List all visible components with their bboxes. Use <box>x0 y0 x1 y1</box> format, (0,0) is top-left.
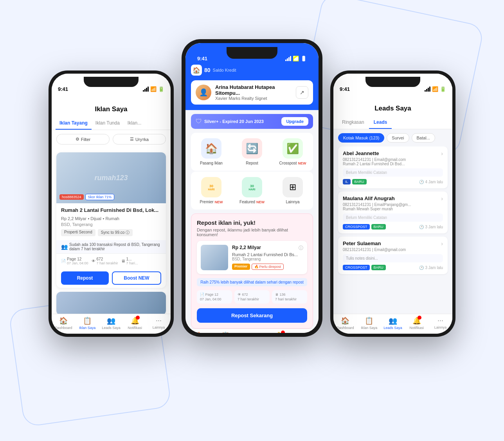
nav-dashboard-center[interactable]: 🏠 Dashboard <box>185 331 212 333</box>
repost-button[interactable]: Repost <box>61 271 109 285</box>
tag-perlu-direpost: 🔥 Perlu direpost <box>252 264 284 270</box>
menu-lainnya-label: Lainnya <box>286 200 299 204</box>
nav-leads-center[interactable]: 👥 Leads Saya <box>239 331 265 333</box>
right-filter-tabs: Kotak Masuk (123) Survei Batal... <box>333 129 452 146</box>
nav-more-right[interactable]: ··· Lainnya <box>428 316 452 330</box>
nav-notif-center[interactable]: 🔔 Notifikasi <box>265 331 292 333</box>
tag-baru-2: BARU <box>371 224 386 230</box>
lead-3-footer: CROSSPOST BARU 🕐 3 Jam lalu <box>343 265 443 270</box>
nav-iklan-center[interactable]: 📋 Iklan Saya <box>212 331 239 333</box>
nav-leads-left[interactable]: 👥 Leads Saya <box>99 316 123 330</box>
filter-label: Filter <box>81 137 90 142</box>
home-icon: 🏠 <box>59 316 68 325</box>
leads-icon-c: 👥 <box>248 331 256 333</box>
boost-button[interactable]: Boost NEW <box>112 271 161 285</box>
filter-button[interactable]: ⚙ Filter <box>56 134 110 145</box>
tag-crosspost-2: CROSSPOST <box>343 224 370 230</box>
right-phone-notch <box>365 77 420 87</box>
tab-iklan-other[interactable]: Iklan... <box>124 117 145 130</box>
sort-button[interactable]: ☰ Urутka <box>113 134 166 145</box>
pasang-icon: 🏠 <box>205 143 218 155</box>
nav-label-dashboard: Dashboard <box>55 326 72 330</box>
menu-repost-label: Repost <box>246 161 258 165</box>
tab-leads[interactable]: Leads <box>369 116 392 129</box>
nav-more-left[interactable]: ··· Lainnya <box>147 316 171 330</box>
filter-survei[interactable]: Survei <box>387 133 409 143</box>
featured-icon-wrap: 30 HARI <box>242 177 262 197</box>
repost-now-button[interactable]: Repost Sekarang <box>197 308 307 323</box>
nav-notif-left[interactable]: 🔔 Notifikasi <box>123 316 147 330</box>
left-phone: 9:41 📶 🔋 <box>49 70 174 337</box>
left-listing-area: rumah123 hos8883524 Skor Iklan 71% Rumah… <box>52 148 171 314</box>
agent-card[interactable]: 👤 Arina Hutabarat Hutapea Sitompu... Xav… <box>191 80 313 105</box>
tab-ringkasan[interactable]: Ringkasan <box>337 116 369 129</box>
menu-pasang-iklan[interactable]: 🏠 Pasang Iklan <box>191 138 232 165</box>
lead-2-top: Maulana Alif Anugrah › <box>343 195 443 202</box>
more-icon-r: ··· <box>437 316 443 325</box>
stat-other: 🖥 1... 7 hari... <box>121 257 138 265</box>
lead-3-name: Peter Sulaeman <box>343 240 381 246</box>
share-button[interactable]: ↗ <box>296 86 308 99</box>
badge-id: hos8883524 <box>59 194 84 200</box>
listing-card-2[interactable] <box>56 292 166 314</box>
tab-iklan-tunda[interactable]: Iklan Tunda <box>92 117 124 130</box>
lead-card-3[interactable]: Peter Sulaeman › 0821312141231 | Email@g… <box>338 237 448 274</box>
nav-iklan-right[interactable]: 📋 Iklan Saya <box>357 316 381 330</box>
mini-stat-display: 🖥 136 7 hari terakhir <box>272 290 307 304</box>
right-header: Leads Saya <box>333 92 452 116</box>
tag-second: Properti Second <box>61 229 95 236</box>
menu-repost[interactable]: 🔄 Repost <box>232 138 272 165</box>
nav-label-dashboard-r: Dashboard <box>337 326 354 330</box>
repost-boost-text: Raih 275% lebih banyak dilihat dalam seh… <box>197 278 307 286</box>
lead-2-time: 🕐 3 Jam lalu <box>419 225 443 229</box>
lead-1-property: Rumah 2 Lantai Furnished Di Bsd... <box>343 162 443 166</box>
nav-notif-right[interactable]: 🔔 Notifikasi <box>405 316 428 330</box>
nav-iklan-left[interactable]: 📋 Iklan Saya <box>76 316 99 330</box>
nav-label-more-r: Lainnya <box>434 325 447 329</box>
tab-iklan-tayang[interactable]: Iklan Tayang <box>56 117 92 130</box>
listing-info: Rumah 2 Lantai Furnished Di Bsd, Lok... … <box>56 203 166 240</box>
nav-more-center[interactable]: ··· Lainnya <box>292 331 319 333</box>
nav-label-notif: Notifikasi <box>128 326 142 330</box>
listing-card[interactable]: rumah123 hos8883524 Skor Iklan 71% Rumah… <box>56 152 166 288</box>
agent-company: Xavier Marks Realty Signet <box>215 96 292 101</box>
nav-dashboard-right[interactable]: 🏠 Dashboard <box>333 316 357 330</box>
battery-icon-c: 🔋 <box>301 56 307 61</box>
repost-banner-title: Repost iklan ini, yuk! <box>197 219 307 226</box>
nav-label-leads-r: Leads Saya <box>383 326 402 330</box>
sort-icon: ☰ <box>130 137 134 142</box>
menu-featured[interactable]: 30 HARI Featured NEW <box>232 177 272 204</box>
nav-dashboard-left[interactable]: 🏠 Dashboard <box>52 316 76 330</box>
menu-premier[interactable]: 30 HARI Premier NEW <box>191 177 232 204</box>
lead-card-2[interactable]: Maulana Alif Anugrah › 0821312141231 | E… <box>338 192 448 233</box>
nav-label-leads: Leads Saya <box>102 326 121 330</box>
repost-info: 👥 Sudah ada 100 transaksi Repost di BSD,… <box>56 240 166 253</box>
list-icon: 📋 <box>83 316 92 325</box>
upgrade-button[interactable]: Upgrade <box>281 117 308 126</box>
more-icon-c: ··· <box>302 331 308 333</box>
repost-listing-card[interactable]: Rp 2,2 Milyar ⓘ Rumah 2 Lantai Furnished… <box>197 241 307 274</box>
battery-icon: 🔋 <box>158 86 164 92</box>
credit-bar: 🏠 80 Saldo Kredit <box>191 65 313 76</box>
menu-lainnya[interactable]: ⊞ Lainnya <box>272 177 313 204</box>
agent-name: Arina Hutabarat Hutapea Sitompu... <box>215 84 292 96</box>
lead-2-contact: 0821312141231 | EmailPanjang@gm... <box>343 202 443 207</box>
stat-views: 👁 672 7 hari terakhir <box>92 257 118 265</box>
lead-3-note: Tulis notes disini... <box>343 254 443 262</box>
agent-info: Arina Hutabarat Hutapea Sitompu... Xavie… <box>215 84 292 101</box>
repost-listing-loc: BSD, Tangerang <box>232 257 303 261</box>
filter-batal[interactable]: Batal... <box>412 133 435 143</box>
nav-leads-right[interactable]: 👥 Leads Saya <box>381 316 405 330</box>
repost-icon-wrap: 🔄 <box>242 138 262 159</box>
right-phone-content: 9:41 📶 🔋 <box>333 74 452 334</box>
agent-avatar: 👤 <box>196 85 211 100</box>
lead-card-1[interactable]: Abel Jeannette › 0821312141231 | Email@g… <box>338 146 448 188</box>
battery-icon-r: 🔋 <box>440 86 446 92</box>
menu-crosspost[interactable]: ✅ Crosspost NEW <box>272 138 313 165</box>
filter-kotak-masuk[interactable]: Kotak Masuk (123) <box>338 133 384 143</box>
right-status-icons: 📶 🔋 <box>425 86 446 92</box>
sort-label: Urутka <box>135 137 149 142</box>
lead-1-top: Abel Jeannette › <box>343 150 443 157</box>
repost-banner-sub: Dengan repost, iklanmu jadi lebih banyak… <box>197 228 307 237</box>
tag-sync: Sync to 99.co ⓘ <box>98 229 133 236</box>
